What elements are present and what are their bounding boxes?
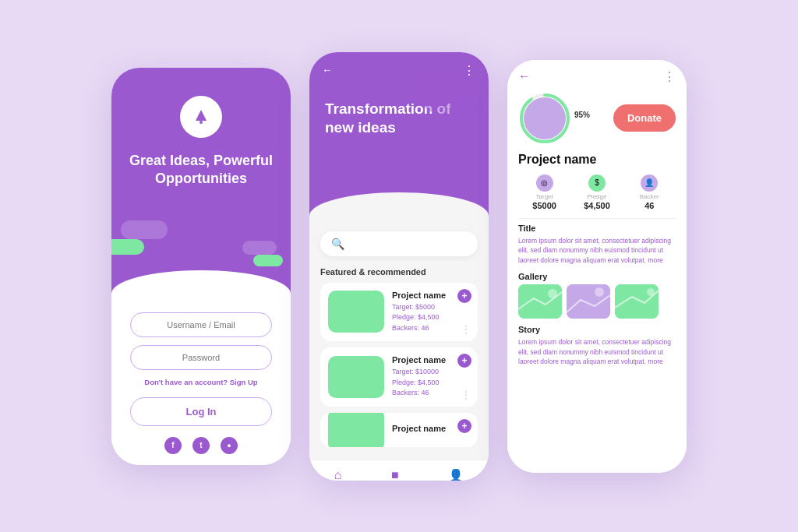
phone-login: Great Ideas, Powerful Opportunities Don'…	[111, 68, 291, 465]
password-field[interactable]	[130, 345, 272, 370]
gallery-row	[518, 284, 676, 319]
project-pledge-1: Pledge: $4,500	[392, 312, 470, 323]
cloud-decor-2	[242, 241, 277, 255]
wave-divider-2	[309, 192, 489, 224]
gallery-img-1[interactable]	[518, 284, 562, 319]
search-bar[interactable]: 🔍	[320, 231, 478, 256]
title-section-label: Title	[518, 224, 676, 233]
search-icon: 🔍	[331, 238, 344, 250]
back-icon[interactable]: ←	[322, 64, 333, 76]
project-backers-1: Backers: 46	[392, 323, 470, 334]
svg-point-9	[647, 288, 655, 296]
project-card-1[interactable]: Project name Target: $5000 Pledge: $4,50…	[320, 283, 478, 342]
featured-label: Featured & recommended	[320, 267, 478, 277]
featured-section: Featured & recommended Project name Targ…	[309, 261, 489, 460]
gallery-label: Gallery	[518, 272, 676, 281]
add-project-btn-2[interactable]: +	[457, 354, 471, 368]
backer-label: Backer	[640, 193, 659, 200]
project-target-2: Target: $10000	[392, 367, 470, 378]
target-icon: ◎	[536, 174, 553, 192]
progress-percent: 95%	[574, 111, 590, 119]
stat-target: ◎ Target $5000	[518, 174, 570, 210]
bottom-nav: ⌂ ■ 👤	[309, 460, 489, 481]
project-avatar	[524, 97, 566, 139]
stat-backer: 👤 Backer 46	[623, 174, 676, 210]
story-text: Lorem ipsum dolor sit amet, consectetuer…	[518, 337, 676, 367]
project-thumbnail-2	[328, 356, 384, 398]
svg-point-1	[200, 121, 203, 124]
target-value: $5000	[532, 201, 556, 210]
pledge-value: $4,500	[584, 201, 610, 210]
backer-value: 46	[644, 201, 654, 210]
app-logo	[180, 96, 222, 138]
story-more-link[interactable]: more	[648, 358, 662, 365]
app-showcase: Great Ideas, Powerful Opportunities Don'…	[88, 29, 710, 504]
add-project-btn-1[interactable]: +	[457, 289, 471, 303]
svg-point-5	[548, 289, 557, 298]
phone-detail: ← ⋮ 95% Donate Project name	[507, 60, 687, 473]
profile-nav-icon[interactable]: 👤	[448, 468, 464, 481]
more-icon[interactable]: ⋮	[463, 63, 476, 78]
grid-nav-icon[interactable]: ■	[391, 468, 399, 481]
project-backers-2: Backers: 46	[392, 388, 470, 399]
title-more-link[interactable]: more	[648, 256, 662, 264]
wave-divider	[111, 270, 291, 301]
story-label: Story	[518, 325, 676, 334]
card-more-2[interactable]: ⋮	[461, 389, 471, 400]
facebook-icon[interactable]: f	[164, 437, 182, 454]
instagram-icon[interactable]: ●	[221, 437, 238, 454]
project-avatar-wrap: 95%	[518, 92, 571, 145]
svg-rect-6	[567, 284, 610, 319]
pledge-label: Pledge	[588, 193, 607, 200]
decor-circle-small	[450, 91, 478, 119]
project-target-1: Target: $5000	[392, 302, 470, 313]
back-icon-detail[interactable]: ←	[518, 69, 531, 83]
svg-point-7	[595, 287, 604, 297]
twitter-icon[interactable]: t	[192, 437, 210, 454]
gallery-img-3[interactable]	[615, 284, 659, 319]
green-cloud-2	[253, 255, 283, 266]
card-more-1[interactable]: ⋮	[461, 324, 471, 335]
target-label: Target	[536, 193, 553, 200]
search-area: 🔍	[309, 224, 489, 261]
pledge-icon: $	[588, 174, 606, 192]
add-project-btn-3[interactable]: +	[457, 419, 471, 433]
stat-pledge: $ Pledge $4,500	[570, 174, 623, 210]
svg-marker-0	[196, 110, 207, 121]
cloud-decor-1	[121, 220, 168, 239]
project-thumbnail-3	[328, 413, 384, 447]
detail-more-icon[interactable]: ⋮	[663, 69, 676, 84]
project-header: 95% Donate	[518, 92, 676, 145]
project-pledge-2: Pledge: $4,500	[392, 378, 470, 389]
title-section-text: Lorem ipsum dolor sit amet, consectetuer…	[518, 236, 676, 266]
social-links: f t ●	[164, 437, 238, 454]
stats-row: ◎ Target $5000 $ Pledge $4,500 👤 Backer …	[518, 174, 676, 210]
phone-discover: ← ⋮ Transformation of new ideas 🔍 Featur…	[309, 52, 489, 481]
login-headline: Great Ideas, Powerful Opportunities	[111, 152, 291, 188]
login-button[interactable]: Log In	[130, 397, 272, 426]
project-thumbnail-1	[328, 291, 384, 333]
detail-content: ← ⋮ 95% Donate Project name	[507, 60, 687, 473]
project-card-3[interactable]: Project name +	[320, 413, 478, 447]
username-field[interactable]	[130, 312, 272, 337]
signup-prompt: Don't have an account? Sign Up	[144, 378, 257, 386]
donate-button[interactable]: Donate	[613, 104, 676, 132]
backer-icon: 👤	[641, 174, 658, 192]
project-card-2[interactable]: Project name Target: $10000 Pledge: $4,5…	[320, 347, 478, 407]
login-form: Don't have an account? Sign Up Log In f …	[111, 301, 291, 465]
green-cloud-1	[111, 239, 144, 255]
project-title: Project name	[518, 153, 676, 167]
detail-nav: ← ⋮	[518, 69, 676, 84]
home-nav-icon[interactable]: ⌂	[334, 468, 342, 481]
gallery-img-2[interactable]	[567, 284, 610, 319]
